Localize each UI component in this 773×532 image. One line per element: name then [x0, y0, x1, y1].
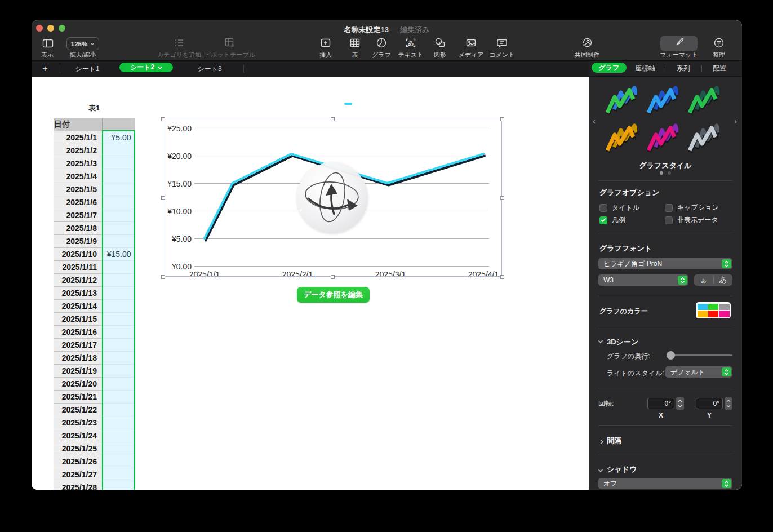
light-style-dropdown[interactable]: デフォルト: [665, 366, 732, 378]
stepper-icon: [722, 479, 731, 488]
tab-arrange[interactable]: 配置: [713, 61, 726, 77]
depth-label: グラフの奥行:: [607, 352, 650, 361]
chart-font-label: グラフフォント: [599, 243, 652, 254]
zoom-label: 拡大/縮小: [69, 51, 96, 59]
chart-style-thumb-4[interactable]: [606, 121, 637, 156]
view-label: 表示: [41, 51, 54, 59]
legend-swatch[interactable]: [344, 103, 352, 105]
toolbar-organize[interactable]: 整理: [688, 36, 742, 59]
stepper-icon: [678, 276, 687, 285]
tab-divider: [665, 65, 665, 72]
spacing-label: 間隔: [607, 436, 621, 446]
chart-options-label: グラフオプション: [599, 188, 659, 198]
depth-slider-knob[interactable]: [667, 351, 675, 360]
comment-icon: [471, 36, 533, 50]
rotation-y-stepper[interactable]: [725, 397, 732, 410]
handle-w[interactable]: [161, 196, 165, 200]
shadow-label: シャドウ: [607, 464, 637, 475]
tab-series[interactable]: 系列: [677, 61, 690, 77]
rotation-x-field[interactable]: 0°: [647, 398, 674, 409]
rotation-y-label: Y: [707, 411, 712, 419]
format-inspector: ‹ › グラフスタイル グラフオプション タイトルキャプション凡例非表示データ …: [589, 77, 742, 490]
carousel-prev-icon[interactable]: ‹: [593, 116, 596, 126]
tab-divider-2: [701, 65, 702, 72]
chart-style-thumb-6[interactable]: [688, 121, 719, 156]
scene-chevron-icon[interactable]: [598, 336, 603, 347]
window-title: 名称未設定13 — 編集済み: [32, 25, 742, 35]
spacing-chevron-icon[interactable]: [599, 437, 605, 447]
numbers-window: 名称未設定13 — 編集済み 表示 125% 拡大/縮小 カテゴリを追加 ピボッ…: [32, 20, 742, 490]
handle-se[interactable]: [500, 275, 504, 279]
stepper-icon: [722, 259, 731, 268]
edit-data-reference-button[interactable]: データ参照を編集: [297, 287, 370, 303]
sheet-bar: + シート1 シート2 シート3: [32, 61, 589, 77]
sheet-divider: [60, 65, 60, 73]
handle-nw[interactable]: [161, 117, 165, 121]
handle-ne[interactable]: [500, 117, 504, 121]
chart-style-label: グラフスタイル: [589, 161, 742, 171]
rotation-y-field[interactable]: 0°: [696, 398, 723, 409]
sheet-divider-2: [243, 65, 244, 73]
add-sheet-button[interactable]: +: [42, 61, 47, 77]
spreadsheet-canvas: 表1 日付 2025/1/1¥5.002025/1/22025/1/32025/…: [32, 77, 589, 490]
depth-slider-track[interactable]: [667, 354, 732, 356]
shadow-dropdown[interactable]: オフ: [598, 478, 732, 489]
light-style-label: ライトのスタイル:: [607, 369, 664, 378]
chart-style-thumb-5[interactable]: [647, 121, 678, 156]
toolbar-comment[interactable]: コメント: [471, 36, 533, 59]
rotation-x-label: X: [659, 411, 663, 419]
toolbar-collaborate[interactable]: 共同制作: [556, 36, 618, 59]
organize-icon: [688, 36, 742, 50]
checkbox-キャプション[interactable]: キャプション: [665, 203, 719, 212]
sheet-tab-2-active[interactable]: シート2: [119, 63, 173, 72]
sheet-tab-1[interactable]: シート1: [75, 61, 99, 77]
chart-color-well[interactable]: [696, 302, 731, 318]
carousel-next-icon[interactable]: ›: [734, 116, 737, 126]
decrease-font-button[interactable]: ぁ: [694, 276, 713, 285]
chart-color-label: グラフのカラー: [599, 307, 648, 316]
pivot-table-icon: [199, 36, 261, 50]
tabs-row: + シート1 シート2 シート3 グラフ 座標軸 系列 配置: [32, 61, 742, 77]
shadow-chevron-icon[interactable]: [598, 466, 603, 476]
font-size-buttons[interactable]: ぁ あ: [694, 274, 732, 286]
checkbox-タイトル[interactable]: タイトル: [599, 203, 639, 212]
collaborate-icon: [556, 36, 618, 50]
carousel-dots[interactable]: [589, 171, 742, 175]
checkbox-非表示データ[interactable]: 非表示データ: [665, 215, 718, 225]
sheet-tab-3[interactable]: シート3: [197, 61, 221, 77]
handle-s[interactable]: [331, 275, 335, 279]
chart-style-thumb-2[interactable]: [647, 83, 678, 118]
increase-font-button[interactable]: あ: [714, 275, 733, 285]
handle-sw[interactable]: [161, 275, 165, 279]
window-chrome: 名称未設定13 — 編集済み 表示 125% 拡大/縮小 カテゴリを追加 ピボッ…: [32, 20, 742, 61]
rotation-label: 回転:: [598, 399, 614, 409]
handle-e[interactable]: [500, 196, 504, 200]
font-weight-dropdown[interactable]: W3: [598, 274, 688, 286]
chart-style-thumb-3[interactable]: [688, 83, 719, 118]
chart-style-thumb-1[interactable]: [606, 83, 637, 118]
handle-n[interactable]: [331, 117, 335, 121]
view-icon[interactable]: [42, 37, 54, 52]
checkbox-凡例[interactable]: 凡例: [599, 215, 625, 225]
rotation-x-stepper[interactable]: [676, 397, 684, 410]
stepper-icon: [722, 367, 731, 376]
tab-chart-active[interactable]: グラフ: [592, 63, 627, 73]
rotate-3d-widget[interactable]: [297, 162, 368, 233]
zoom-control[interactable]: 125%: [66, 37, 99, 50]
toolbar-pivot-table: ピボットテーブル: [199, 36, 261, 59]
scene-3d-label: 3Dシーン: [607, 337, 638, 347]
font-family-dropdown[interactable]: ヒラギノ角ゴ ProN: [598, 258, 732, 269]
desktop: 名称未設定13 — 編集済み 表示 125% 拡大/縮小 カテゴリを追加 ピボッ…: [0, 0, 773, 532]
tab-axis[interactable]: 座標軸: [635, 61, 655, 77]
inspector-tabs: グラフ 座標軸 系列 配置: [589, 61, 742, 77]
